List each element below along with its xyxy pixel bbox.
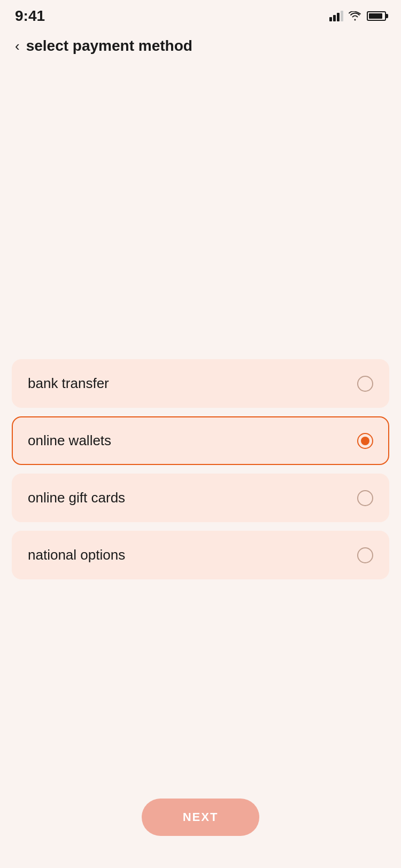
wifi-icon (349, 11, 361, 21)
radio-online-gift-cards[interactable] (357, 490, 373, 506)
back-button[interactable]: ‹ (15, 39, 20, 53)
radio-national-options[interactable] (357, 547, 373, 563)
payment-option-online-gift-cards[interactable]: online gift cards (12, 474, 389, 522)
payment-options-list: bank transfer online wallets online gift… (0, 359, 401, 579)
payment-option-label: online gift cards (28, 490, 125, 506)
next-button[interactable]: NEXT (142, 799, 259, 836)
status-bar: 9:41 (0, 0, 401, 29)
payment-option-label: online wallets (28, 432, 111, 449)
page-title: select payment method (26, 37, 192, 55)
next-button-container: NEXT (142, 799, 259, 836)
battery-icon (367, 11, 386, 21)
status-icons (329, 11, 386, 21)
radio-bank-transfer[interactable] (357, 376, 373, 392)
radio-selected-dot (361, 437, 369, 445)
header: ‹ select payment method (0, 29, 401, 65)
status-time: 9:41 (15, 7, 45, 25)
payment-option-label: bank transfer (28, 375, 109, 392)
payment-option-bank-transfer[interactable]: bank transfer (12, 359, 389, 408)
payment-option-label: national options (28, 547, 125, 563)
radio-online-wallets[interactable] (357, 433, 373, 449)
signal-icon (329, 11, 343, 21)
payment-option-national-options[interactable]: national options (12, 531, 389, 579)
payment-option-online-wallets[interactable]: online wallets (12, 416, 389, 465)
back-chevron-icon[interactable]: ‹ (15, 39, 20, 53)
